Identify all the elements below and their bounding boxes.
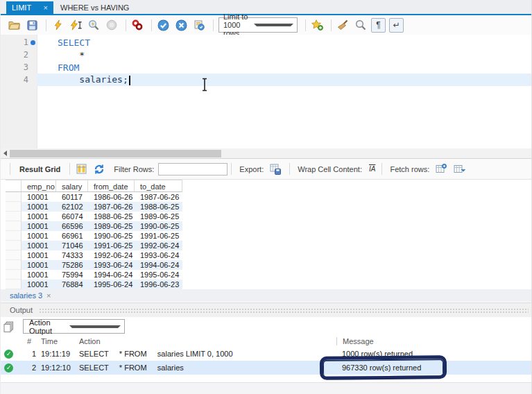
- cell-to_date[interactable]: 1989-06-25: [135, 212, 182, 221]
- cell-emp_no[interactable]: 10001: [22, 270, 56, 280]
- fetch-all-rows-button[interactable]: [452, 162, 467, 177]
- row-selector[interactable]: [6, 202, 22, 212]
- table-row[interactable]: 10001601171986-06-261987-06-26: [6, 192, 182, 202]
- row-selector[interactable]: [6, 192, 22, 202]
- save-script-button[interactable]: [24, 17, 40, 33]
- cell-salary[interactable]: 74333: [56, 250, 88, 260]
- filter-rows-input[interactable]: [158, 163, 228, 175]
- grid-view-button[interactable]: [74, 162, 89, 177]
- cell-from_date[interactable]: 1986-06-26: [88, 192, 135, 202]
- close-result-tab-icon[interactable]: ×: [46, 291, 51, 300]
- cell-salary[interactable]: 76884: [56, 280, 88, 289]
- cell-salary[interactable]: 75994: [56, 270, 88, 280]
- row-selector[interactable]: [6, 270, 22, 280]
- cell-salary[interactable]: 62102: [56, 202, 88, 212]
- toggle-stop-on-error-button[interactable]: [130, 17, 145, 33]
- table-row[interactable]: 10001768841995-06-241996-06-23: [6, 280, 182, 289]
- result-tab-salaries-3[interactable]: salaries 3 ×: [1, 289, 55, 302]
- tab-where-vs-having[interactable]: WHERE vs HAVING: [53, 1, 135, 14]
- commit-button[interactable]: [155, 17, 171, 33]
- cell-emp_no[interactable]: 10001: [22, 260, 56, 270]
- wrap-cell-toggle[interactable]: IA: [369, 165, 375, 173]
- word-wrap-toggle[interactable]: ↵: [389, 18, 404, 33]
- row-selector[interactable]: [6, 231, 22, 241]
- table-row[interactable]: 10001665961989-06-251990-06-25: [6, 221, 182, 231]
- editor-line[interactable]: 4 salaries;: [1, 74, 531, 86]
- cell-from_date[interactable]: 1989-06-25: [88, 221, 135, 231]
- cell-from_date[interactable]: 1992-06-24: [88, 250, 135, 260]
- cell-to_date[interactable]: 1988-06-25: [135, 202, 182, 212]
- row-selector[interactable]: [6, 221, 22, 231]
- cell-salary[interactable]: 66961: [56, 231, 88, 241]
- cell-from_date[interactable]: 1987-06-26: [88, 202, 135, 212]
- table-row[interactable]: 10001759941994-06-241995-06-24: [6, 270, 182, 280]
- cell-from_date[interactable]: 1991-06-25: [88, 241, 135, 250]
- rollback-button[interactable]: [173, 17, 189, 33]
- cell-from_date[interactable]: 1994-06-24: [88, 270, 135, 280]
- execute-script-button[interactable]: [50, 17, 65, 33]
- cell-from_date[interactable]: 1988-06-25: [88, 212, 135, 221]
- output-panes-button[interactable]: [1, 319, 16, 334]
- column-header-emp_no[interactable]: emp_no: [22, 180, 56, 192]
- table-row[interactable]: 10001743331992-06-241993-06-24: [6, 250, 182, 260]
- cell-to_date[interactable]: 1994-06-24: [135, 260, 182, 270]
- open-script-button[interactable]: [6, 17, 22, 33]
- execute-statement-button[interactable]: [68, 17, 83, 33]
- row-selector[interactable]: [6, 260, 22, 270]
- output-type-dropdown[interactable]: Action Output: [23, 319, 125, 334]
- table-row[interactable]: 10001660741988-06-251989-06-25: [6, 212, 182, 221]
- cell-salary[interactable]: 60117: [56, 192, 88, 202]
- table-row[interactable]: 10001752861993-06-241994-06-24: [6, 260, 182, 270]
- explain-plan-button[interactable]: [86, 17, 101, 33]
- editor-line[interactable]: 2 *: [1, 49, 531, 61]
- cell-from_date[interactable]: 1990-06-25: [88, 231, 135, 241]
- editor-line[interactable]: 3FROM: [1, 61, 531, 74]
- find-button[interactable]: [353, 17, 368, 33]
- table-row[interactable]: 10001621021987-06-261988-06-25: [6, 202, 182, 212]
- cell-to_date[interactable]: 1992-06-24: [135, 241, 182, 250]
- scrollbar-thumb[interactable]: [10, 150, 221, 157]
- cell-to_date[interactable]: 1991-06-25: [135, 231, 182, 241]
- row-selector[interactable]: [6, 241, 22, 250]
- cell-salary[interactable]: 66074: [56, 212, 88, 221]
- column-header-from_date[interactable]: from_date: [88, 180, 135, 192]
- cell-emp_no[interactable]: 10001: [22, 192, 56, 202]
- refresh-button[interactable]: [92, 162, 107, 177]
- cell-from_date[interactable]: 1993-06-24: [88, 260, 135, 270]
- stop-query-button[interactable]: [104, 17, 119, 33]
- fetch-more-rows-button[interactable]: [434, 162, 449, 177]
- row-selector[interactable]: [6, 212, 22, 221]
- cell-to_date[interactable]: 1993-06-24: [135, 250, 182, 260]
- cell-salary[interactable]: 75286: [56, 260, 88, 270]
- cell-emp_no[interactable]: 10001: [22, 241, 56, 250]
- save-snippet-button[interactable]: [309, 17, 325, 33]
- show-invisibles-toggle[interactable]: ¶: [371, 18, 386, 33]
- table-row[interactable]: 10001710461991-06-251992-06-24: [6, 241, 182, 250]
- row-selector[interactable]: [6, 280, 22, 289]
- column-header-salary[interactable]: salary: [56, 180, 88, 192]
- sql-editor[interactable]: 1SELECT2 *3FROM4 salaries;: [1, 35, 531, 148]
- cell-salary[interactable]: 66596: [56, 221, 88, 231]
- cell-salary[interactable]: 71046: [56, 241, 88, 250]
- close-tab-icon[interactable]: ×: [44, 3, 48, 12]
- output-log-row[interactable]: ✓219:12:10SELECT * FROM salaries967330 r…: [1, 361, 531, 375]
- cell-emp_no[interactable]: 10001: [22, 250, 56, 260]
- column-header-to_date[interactable]: to_date: [135, 180, 182, 192]
- cell-to_date[interactable]: 1996-06-23: [135, 280, 182, 289]
- cell-emp_no[interactable]: 10001: [22, 202, 56, 212]
- cell-to_date[interactable]: 1990-06-25: [135, 221, 182, 231]
- toggle-autocommit-button[interactable]: [191, 17, 207, 33]
- tab-limit[interactable]: LIMIT ×: [6, 1, 53, 14]
- output-log-row[interactable]: ✓119:11:19SELECT * FROM salaries LIMIT 0…: [1, 347, 531, 361]
- editor-horizontal-scrollbar[interactable]: [1, 148, 531, 158]
- row-selector-header[interactable]: [6, 180, 22, 192]
- beautify-script-button[interactable]: [335, 17, 350, 33]
- row-selector[interactable]: [6, 250, 22, 260]
- cell-to_date[interactable]: 1995-06-24: [135, 270, 182, 280]
- cell-emp_no[interactable]: 10001: [22, 212, 56, 221]
- cell-emp_no[interactable]: 10001: [22, 231, 56, 241]
- export-button[interactable]: [268, 162, 283, 177]
- cell-to_date[interactable]: 1987-06-26: [135, 192, 182, 202]
- table-row[interactable]: 10001669611990-06-251991-06-25: [6, 231, 182, 241]
- cell-emp_no[interactable]: 10001: [22, 280, 56, 289]
